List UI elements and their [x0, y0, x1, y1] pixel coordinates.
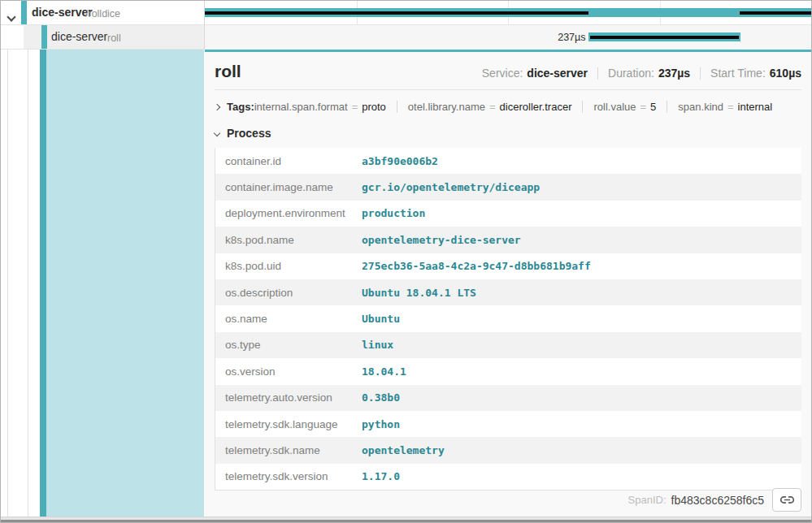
row-value: 18.04.1 [362, 365, 406, 378]
tag-item: roll.value = 5 [593, 101, 656, 113]
tag-value: 5 [650, 101, 656, 113]
tag-key: span.kind [678, 101, 723, 113]
tag-equals: = [727, 101, 734, 113]
timeline: 237µs [205, 1, 811, 50]
duration-label: Duration: [608, 67, 654, 80]
span-color-bar-extension [40, 50, 46, 517]
deep-link-button[interactable] [772, 488, 801, 512]
row-value: python [362, 418, 400, 430]
table-row: k8s.pod.name opentelemetry-dice-server [215, 227, 801, 253]
tag-key: otel.library.name [408, 101, 485, 113]
chevron-down-icon [7, 12, 15, 21]
span-row-roll[interactable]: dice-server roll [1, 25, 204, 50]
header-divider [215, 89, 801, 90]
table-row: telemetry.sdk.version 1.17.0 [215, 464, 801, 490]
span-bar-rolldice[interactable] [205, 8, 811, 17]
row-value: opentelemetry-dice-server [362, 234, 521, 246]
span-overview: Service: dice-server Duration: 237µs Sta… [482, 67, 801, 80]
row-value: production [362, 207, 425, 219]
row-key: telemetry.sdk.name [215, 444, 362, 456]
row-value: 0.38b0 [362, 391, 400, 404]
timeline-row-roll: 237µs [205, 25, 811, 50]
row-value: Ubuntu [362, 313, 400, 325]
row-value: gcr.io/opentelemetry/diceapp [362, 181, 540, 193]
span-bar-overlay [590, 36, 739, 39]
table-row: os.type linux [215, 332, 801, 358]
tag-value: proto [362, 101, 386, 113]
row-key: k8s.pod.name [215, 234, 362, 246]
row-key: os.description [215, 287, 362, 299]
operation-name: roll [107, 32, 121, 44]
process-key-value-table: container.id a3bf90e006b2 container.imag… [215, 148, 801, 491]
row-key: container.id [215, 155, 362, 167]
tag-item: span.kind = internal [678, 101, 772, 113]
start-time-value: 610µs [770, 67, 801, 80]
selected-span-tint [46, 50, 204, 517]
span-detail-panel: roll Service: dice-server Duration: 237µ… [205, 50, 811, 517]
row-value: a3bf90e006b2 [362, 155, 438, 167]
service-value: dice-server [527, 67, 588, 80]
tag-item: internal.span.format = proto [254, 101, 386, 113]
span-bar-overlay [740, 11, 811, 15]
span-bar-overlay [205, 11, 588, 15]
start-time-label: Start Time: [710, 67, 766, 80]
process-label: Process [227, 127, 271, 140]
table-row: k8s.pod.uid 275ecb36-5aa8-4c2a-9c47-d8bb… [215, 253, 801, 279]
row-key: os.type [215, 339, 362, 351]
span-detail-header: roll Service: dice-server Duration: 237µ… [215, 62, 801, 81]
span-detail-footer: SpanID: fb483c8c6258f6c5 [628, 488, 801, 512]
row-key: os.version [215, 365, 362, 378]
overview-divider [700, 67, 701, 80]
link-icon [780, 493, 794, 507]
span-bar-roll[interactable] [588, 32, 740, 41]
row-key: os.name [215, 313, 362, 325]
trace-detail-screen: dice-server /rolldice dice-server roll 2… [0, 0, 812, 523]
service-name: dice-server [32, 6, 93, 19]
row-key: telemetry.sdk.language [215, 418, 362, 430]
row-value: Ubuntu 18.04.1 LTS [362, 287, 476, 299]
indent-guide [28, 50, 28, 517]
table-row: container.id a3bf90e006b2 [215, 148, 801, 174]
row-key: k8s.pod.uid [215, 260, 362, 272]
timeline-row-rolldice [205, 1, 811, 25]
span-title: roll [215, 62, 241, 81]
tag-divider [582, 101, 583, 113]
name-column-detail-fill [1, 50, 204, 517]
chevron-down-icon [214, 130, 220, 136]
row-value: 275ecb36-5aa8-4c2a-9c47-d8bb681b9aff [362, 260, 591, 272]
table-row: deployment.environment production [215, 201, 801, 227]
process-section-header[interactable]: Process [215, 127, 801, 140]
row-key: telemetry.auto.version [215, 391, 362, 404]
tag-value: diceroller.tracer [500, 101, 572, 113]
collapse-expander[interactable] [8, 9, 15, 24]
table-row: os.version 18.04.1 [215, 358, 801, 384]
table-row: os.description Ubuntu 18.04.1 LTS [215, 279, 801, 305]
tag-key: roll.value [593, 101, 636, 113]
tag-key: internal.span.format [254, 101, 348, 113]
table-row: telemetry.auto.version 0.38b0 [215, 385, 801, 411]
indent-guide [7, 50, 8, 517]
tag-equals: = [489, 101, 496, 113]
tag-item: otel.library.name = diceroller.tracer [408, 101, 572, 113]
row-key: telemetry.sdk.version [215, 470, 362, 482]
operation-name: /rolldice [85, 8, 120, 19]
table-row: telemetry.sdk.language python [215, 411, 801, 437]
table-row: os.name Ubuntu [215, 305, 801, 331]
row-value: opentelemetry [362, 444, 445, 456]
row-value: linux [362, 339, 393, 351]
duration-value: 237µs [658, 67, 690, 80]
service-label: Service: [482, 67, 523, 80]
spanid-label: SpanID: [628, 494, 667, 506]
tags-label: Tags: [227, 101, 254, 113]
span-color-bar [41, 25, 47, 49]
chevron-right-icon [214, 103, 220, 110]
span-row-rolldice[interactable]: dice-server /rolldice [1, 1, 204, 25]
table-row: container.image.name gcr.io/opentelemetr… [215, 174, 801, 200]
tag-value: internal [738, 101, 773, 113]
spanid-value: fb483c8c6258f6c5 [671, 494, 764, 507]
row-value: 1.17.0 [362, 470, 400, 482]
overview-divider [597, 67, 598, 80]
tag-equals: = [352, 101, 358, 113]
span-duration-label: 237µs [558, 25, 585, 50]
tags-section-header[interactable]: Tags: internal.span.format = proto otel.… [215, 101, 801, 113]
